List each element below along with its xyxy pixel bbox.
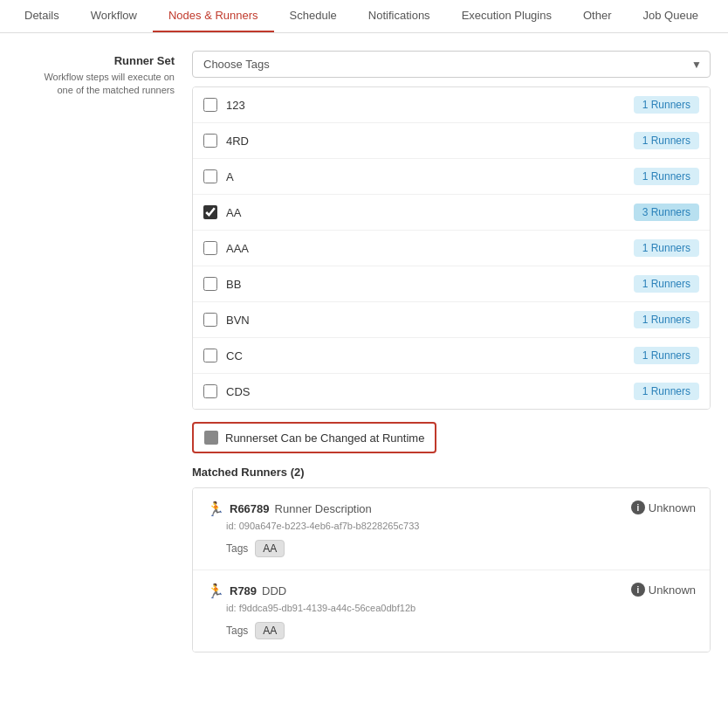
tag-checkbox-4rd[interactable] (203, 134, 217, 148)
info-icon: i (631, 583, 645, 597)
runtime-label: Runnerset Can be Changed at Runtime (225, 431, 424, 445)
status-text: Unknown (649, 583, 696, 597)
tags-dropdown-wrapper: Choose Tags ▼ (192, 51, 711, 78)
list-item: CC 1 Runners (193, 338, 710, 374)
tag-checkbox-cds[interactable] (203, 384, 217, 398)
tab-bar: Details Workflow Nodes & Runners Schedul… (0, 0, 728, 33)
tags-label: Tags (226, 542, 248, 555)
list-item: CDS 1 Runners (193, 374, 710, 409)
runtime-checkbox-indicator (204, 431, 218, 445)
tags-list: 123 1 Runners 4RD 1 Runners A 1 Runners … (192, 86, 711, 410)
runner-card-title: 🏃 R66789 Runner Description (207, 501, 372, 517)
tab-other[interactable]: Other (567, 0, 628, 32)
tab-execution-plugins[interactable]: Execution Plugins (446, 0, 567, 32)
list-item: BB 1 Runners (193, 266, 710, 302)
runner-count-badge: 1 Runners (634, 275, 699, 293)
runtime-row: Runnerset Can be Changed at Runtime (192, 422, 436, 453)
runner-uuid: id: f9ddca95-db91-4139-a44c-56cea0dbf12b (226, 603, 696, 613)
runner-tags-row: Tags AA (226, 622, 696, 639)
tag-name: BB (226, 278, 625, 291)
runner-count-badge: 1 Runners (634, 96, 699, 114)
runner-count-badge: 3 Runners (634, 204, 699, 221)
list-item: 123 1 Runners (193, 87, 710, 123)
runner-count-badge: 1 Runners (634, 347, 699, 364)
status-badge: i Unknown (631, 583, 696, 597)
status-badge: i Unknown (631, 501, 696, 514)
tab-schedule[interactable]: Schedule (274, 0, 353, 32)
runner-set-title: Runner Set (17, 54, 175, 67)
main-content: Runner Set Workflow steps will execute o… (0, 33, 728, 670)
tag-checkbox-123[interactable] (203, 98, 217, 112)
runner-set-description: Workflow steps will execute on one of th… (17, 71, 175, 98)
runner-count-badge: 1 Runners (634, 239, 699, 257)
runner-icon: 🏃 (207, 583, 224, 599)
tag-name: AAA (226, 242, 625, 255)
tab-notifications[interactable]: Notifications (353, 0, 446, 32)
tag-name: AA (226, 206, 625, 219)
tag-name: CDS (226, 385, 625, 398)
tab-workflow[interactable]: Workflow (75, 0, 153, 32)
runner-count-badge: 1 Runners (634, 383, 699, 400)
runner-card-header: 🏃 R66789 Runner Description i Unknown (207, 501, 696, 517)
tag-checkbox-aa[interactable] (203, 205, 217, 219)
tags-dropdown[interactable]: Choose Tags (192, 51, 711, 78)
runner-card-header: 🏃 R789 DDD i Unknown (207, 583, 696, 599)
runner-count-badge: 1 Runners (634, 311, 699, 328)
runner-icon: 🏃 (207, 501, 224, 517)
runner-uuid: id: 090a647e-b223-4eb6-af7b-b8228265c733 (226, 521, 696, 531)
runner-count-badge: 1 Runners (634, 168, 699, 185)
runner-card: 🏃 R789 DDD i Unknown id: f9ddca95-db91-4… (193, 570, 710, 652)
tag-pill: AA (255, 540, 285, 557)
tag-checkbox-a[interactable] (203, 169, 217, 183)
tag-name: CC (226, 349, 625, 362)
tag-checkbox-cc[interactable] (203, 349, 217, 362)
runner-id: R66789 (230, 502, 270, 515)
list-item: A 1 Runners (193, 159, 710, 195)
runner-card-title: 🏃 R789 DDD (207, 583, 286, 599)
runner-right-panel: Choose Tags ▼ 123 1 Runners 4RD 1 Runner… (192, 51, 711, 652)
info-icon: i (631, 501, 645, 514)
runner-card: 🏃 R66789 Runner Description i Unknown id… (193, 488, 710, 570)
tag-checkbox-aaa[interactable] (203, 241, 217, 255)
runner-id: R789 (230, 584, 257, 597)
runtime-section: Runnerset Can be Changed at Runtime (192, 411, 711, 466)
runner-set-label: Runner Set Workflow steps will execute o… (17, 51, 175, 652)
tab-nodes-runners[interactable]: Nodes & Runners (153, 0, 274, 32)
tag-checkbox-bvn[interactable] (203, 313, 217, 327)
tag-name: 4RD (226, 135, 625, 148)
runner-count-badge: 1 Runners (634, 132, 699, 149)
tag-name: 123 (226, 99, 625, 112)
runner-description: DDD (262, 584, 286, 597)
matched-runners-header: Matched Runners (2) (192, 466, 711, 479)
tab-details[interactable]: Details (9, 0, 75, 32)
list-item: AAA 1 Runners (193, 231, 710, 266)
tag-name: BVN (226, 314, 625, 327)
tag-pill: AA (255, 622, 285, 639)
runner-tags-row: Tags AA (226, 540, 696, 557)
matched-runners-container: 🏃 R66789 Runner Description i Unknown id… (192, 487, 711, 652)
tab-job-queue[interactable]: Job Queue (627, 0, 714, 32)
runner-description: Runner Description (275, 502, 372, 515)
tag-checkbox-bb[interactable] (203, 277, 217, 291)
tag-name: A (226, 170, 625, 183)
tags-label: Tags (226, 625, 248, 637)
list-item: BVN 1 Runners (193, 302, 710, 338)
list-item: AA 3 Runners (193, 195, 710, 231)
list-item: 4RD 1 Runners (193, 123, 710, 159)
status-text: Unknown (649, 501, 696, 514)
